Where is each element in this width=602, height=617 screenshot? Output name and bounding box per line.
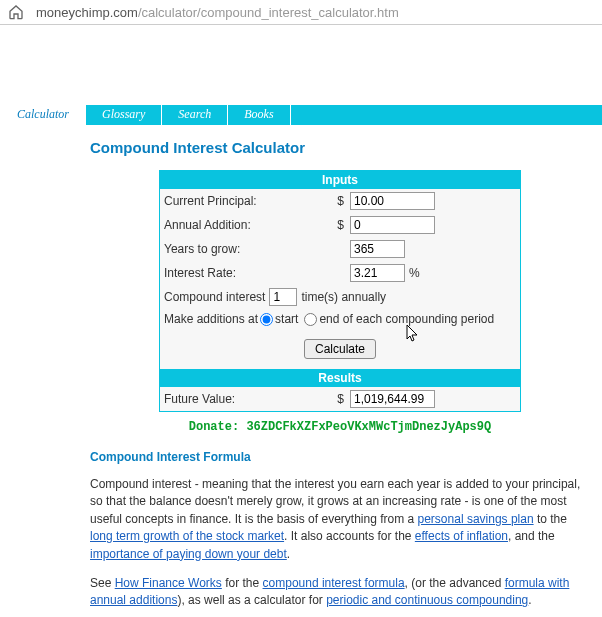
label-timing: Make additions at bbox=[164, 312, 258, 326]
suffix-compound: time(s) annually bbox=[301, 290, 386, 304]
results-header: Results bbox=[160, 369, 520, 387]
nav-bar: Calculator Glossary Search Books bbox=[0, 105, 602, 125]
link-inflation[interactable]: effects of inflation bbox=[415, 529, 508, 543]
label-future: Future Value: bbox=[164, 392, 334, 406]
url-text[interactable]: moneychimp.com/calculator/compound_inter… bbox=[36, 5, 399, 20]
row-timing: Make additions at start end of each comp… bbox=[160, 309, 520, 329]
radio-end-label: end of each compounding period bbox=[319, 312, 494, 326]
input-years[interactable] bbox=[350, 240, 405, 258]
row-addition: Annual Addition: $ bbox=[160, 213, 520, 237]
calculate-button[interactable]: Calculate bbox=[304, 339, 376, 359]
input-addition[interactable] bbox=[350, 216, 435, 234]
link-how-finance[interactable]: How Finance Works bbox=[115, 576, 222, 590]
url-bar: moneychimp.com/calculator/compound_inter… bbox=[0, 0, 602, 25]
nav-tab-blank bbox=[290, 105, 323, 125]
para-2: See How Finance Works for the compound i… bbox=[90, 575, 590, 610]
calculator-box: Inputs Current Principal: $ Annual Addit… bbox=[159, 170, 521, 412]
input-rate[interactable] bbox=[350, 264, 405, 282]
output-future[interactable] bbox=[350, 390, 435, 408]
home-icon[interactable] bbox=[8, 4, 24, 20]
donate-text: Donate: 36ZDCFkXZFxPeoVKxMWcTjmDnezJyAps… bbox=[90, 420, 590, 434]
nav-tab-glossary[interactable]: Glossary bbox=[85, 105, 161, 125]
nav-tab-search[interactable]: Search bbox=[161, 105, 227, 125]
link-periodic[interactable]: periodic and continuous compounding bbox=[326, 593, 528, 607]
sym-future: $ bbox=[334, 392, 344, 406]
input-compound[interactable] bbox=[269, 288, 297, 306]
para-1: Compound interest - meaning that the int… bbox=[90, 476, 590, 563]
row-years: Years to grow: bbox=[160, 237, 520, 261]
row-rate: Interest Rate: % bbox=[160, 261, 520, 285]
input-principal[interactable] bbox=[350, 192, 435, 210]
sym-addition: $ bbox=[334, 218, 344, 232]
radio-start[interactable] bbox=[260, 313, 273, 326]
formula-title: Compound Interest Formula bbox=[90, 450, 590, 464]
row-future: Future Value: $ bbox=[160, 387, 520, 411]
link-formula[interactable]: compound interest formula bbox=[263, 576, 405, 590]
label-compound: Compound interest bbox=[164, 290, 265, 304]
label-rate: Interest Rate: bbox=[164, 266, 334, 280]
link-debt[interactable]: importance of paying down your debt bbox=[90, 547, 287, 561]
row-compound: Compound interest time(s) annually bbox=[160, 285, 520, 309]
nav-tab-books[interactable]: Books bbox=[227, 105, 289, 125]
row-calculate: Calculate bbox=[160, 329, 520, 369]
row-principal: Current Principal: $ bbox=[160, 189, 520, 213]
sym-principal: $ bbox=[334, 194, 344, 208]
link-savings-plan[interactable]: personal savings plan bbox=[418, 512, 534, 526]
nav-tab-calculator[interactable]: Calculator bbox=[0, 105, 85, 125]
link-stock-market[interactable]: long term growth of the stock market bbox=[90, 529, 284, 543]
inputs-header: Inputs bbox=[160, 171, 520, 189]
label-years: Years to grow: bbox=[164, 242, 334, 256]
label-addition: Annual Addition: bbox=[164, 218, 334, 232]
page-title: Compound Interest Calculator bbox=[90, 139, 590, 156]
radio-start-label: start bbox=[275, 312, 298, 326]
suffix-rate: % bbox=[409, 266, 420, 280]
radio-end[interactable] bbox=[304, 313, 317, 326]
label-principal: Current Principal: bbox=[164, 194, 334, 208]
